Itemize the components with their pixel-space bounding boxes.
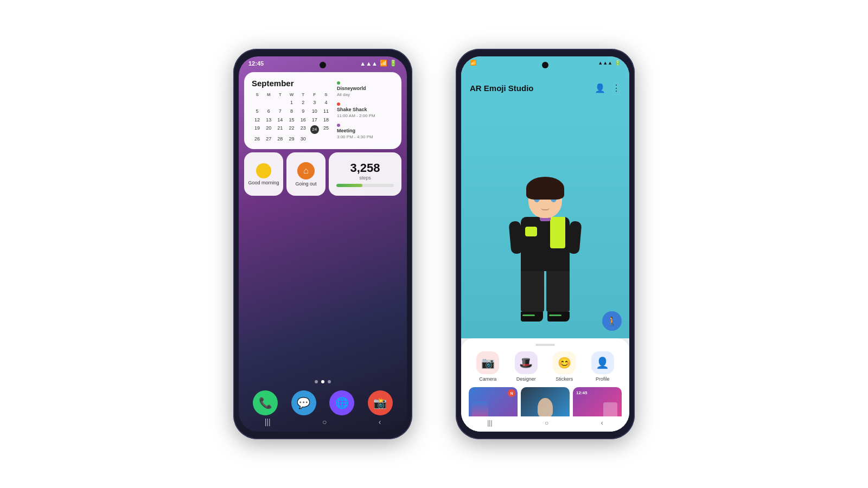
nav-recent[interactable]: ||| xyxy=(265,418,271,426)
browser-app[interactable]: 🌐 xyxy=(329,390,354,415)
cal-header-s2: S xyxy=(321,91,331,99)
phone-app[interactable]: 📞 xyxy=(253,390,278,415)
ar-action-icons: 👤 ⋮ xyxy=(595,83,621,93)
event-dot-3 xyxy=(337,124,340,127)
status-icons: ▲▲▲ 📶 🔋 xyxy=(360,60,397,67)
page-indicators xyxy=(239,376,407,386)
pant-left xyxy=(521,271,544,312)
camera-option[interactable]: 📷 Camera xyxy=(476,351,499,382)
ar-avatar-area: 🚶 xyxy=(461,98,629,338)
calendar-widget[interactable]: September S M T W T F S xyxy=(244,72,401,149)
event-shake-shack: Shake Shack 11:00 AM - 2:00 PM xyxy=(337,101,394,119)
ar-title-bar: AR Emoji Studio 👤 ⋮ xyxy=(461,67,629,98)
more-options-icon[interactable]: ⋮ xyxy=(612,83,621,93)
shoe-right xyxy=(547,312,570,322)
designer-label: Designer xyxy=(516,376,536,382)
event-disneyworld: Disneyworld All day xyxy=(337,80,394,98)
widget-row: Good morning ⌂ Going out 3,258 steps xyxy=(244,152,401,196)
bixby-label: Going out xyxy=(295,181,316,187)
jacket-pocket xyxy=(525,227,537,236)
dot-3 xyxy=(328,380,331,383)
ar-nav-recent[interactable]: ||| xyxy=(487,419,492,427)
steps-label: steps xyxy=(359,175,371,181)
cal-week-5: 26 27 28 29 30 xyxy=(252,135,331,144)
nav-home[interactable]: ○ xyxy=(322,418,327,426)
dot-1 xyxy=(315,380,318,383)
designer-option[interactable]: 🎩 Designer xyxy=(515,351,538,382)
avatar-body xyxy=(521,217,570,322)
nav-bar: ||| ○ ‹ xyxy=(239,415,407,428)
calendar-left: September S M T W T F S xyxy=(252,79,331,144)
bixby-home-icon: ⌂ xyxy=(297,162,315,179)
steps-fill xyxy=(336,184,362,187)
add-emoji-icon[interactable]: 👤 xyxy=(595,83,605,93)
cal-header-w: W xyxy=(286,91,297,99)
profile-option[interactable]: 👤 Profile xyxy=(591,351,614,382)
steps-progress-bar xyxy=(336,184,394,187)
nav-back[interactable]: ‹ xyxy=(379,418,381,426)
cal-header-f: F xyxy=(309,91,320,99)
avatar-mouth xyxy=(541,208,550,210)
stickers-icon: 😊 xyxy=(553,351,576,374)
cal-week-4: 19 20 21 22 23 24 25 xyxy=(252,124,331,135)
ar-nav-home[interactable]: ○ xyxy=(545,419,548,427)
calendar-header-row: S M T W T F S xyxy=(252,91,331,99)
ar-app-title: AR Emoji Studio xyxy=(470,84,595,93)
steps-widget[interactable]: 3,258 steps xyxy=(329,152,401,196)
profile-icon: 👤 xyxy=(591,351,614,374)
ar-emoji-screen: 📶 ▲▲▲ 🔋 AR Emoji Studio 👤 ⋮ xyxy=(461,56,629,432)
shoe-left xyxy=(521,312,543,322)
today-cell[interactable]: 24 xyxy=(309,124,320,135)
calendar-events: Disneyworld All day Shake Shack 11:00 AM… xyxy=(337,79,394,144)
pant-right xyxy=(546,271,570,312)
thumbnail-time: 12:45 xyxy=(576,390,587,395)
ar-nav-back[interactable]: ‹ xyxy=(601,419,603,427)
phone-2-screen: 📶 ▲▲▲ 🔋 AR Emoji Studio 👤 ⋮ xyxy=(461,56,629,432)
avatar-jacket xyxy=(521,217,570,271)
event-dot-2 xyxy=(337,102,340,106)
weather-widget[interactable]: Good morning xyxy=(244,152,283,196)
stickers-label: Stickers xyxy=(556,376,573,382)
cal-header-m: M xyxy=(263,91,274,99)
front-camera-2 xyxy=(542,62,548,68)
profile-label: Profile xyxy=(596,376,610,382)
status-time: 12:45 xyxy=(248,60,264,67)
cal-header-t2: T xyxy=(298,91,309,99)
avatar-shoes xyxy=(521,312,570,322)
messages-app[interactable]: 💬 xyxy=(291,390,316,415)
steps-count: 3,258 xyxy=(350,161,380,175)
front-camera xyxy=(320,62,326,68)
phone-1-screen: 12:45 ▲▲▲ 📶 🔋 September S M T xyxy=(239,56,407,432)
ar-nav-bar: ||| ○ ‹ xyxy=(461,416,629,432)
event-meeting: Meeting 3:00 PM - 4:30 PM xyxy=(337,122,394,140)
ar-battery-icon: 🔋 xyxy=(615,60,621,66)
calendar-grid: S M T W T F S 1 2 xyxy=(252,91,331,144)
thumbnail-badge-1: N xyxy=(508,389,515,397)
weather-label: Good morning xyxy=(248,180,279,185)
ar-signal-icon: ▲▲▲ xyxy=(598,60,612,66)
cal-header-t1: T xyxy=(275,91,285,99)
bixby-widget[interactable]: ⌂ Going out xyxy=(286,152,326,196)
camera-app[interactable]: 📸 xyxy=(368,390,393,415)
ar-wifi-icon: 📶 xyxy=(470,60,476,66)
phone-1: 12:45 ▲▲▲ 📶 🔋 September S M T xyxy=(233,49,412,439)
avatar-pants xyxy=(521,271,570,312)
avatar-head-container xyxy=(528,181,562,218)
thumb-figure-2 xyxy=(538,398,553,418)
sheet-handle xyxy=(535,344,555,346)
sheet-icons-row: 📷 Camera 🎩 Designer 😊 Stickers 👤 Profile xyxy=(469,351,622,382)
camera-icon: 📷 xyxy=(476,351,499,374)
calendar-month: September xyxy=(252,79,331,88)
pose-button[interactable]: 🚶 xyxy=(602,311,622,331)
event-dot-1 xyxy=(337,81,340,85)
app-dock: 📞 💬 🌐 📸 xyxy=(246,390,399,415)
camera-label: Camera xyxy=(479,376,496,382)
ar-status-right: ▲▲▲ 🔋 xyxy=(598,60,621,66)
home-screen: 12:45 ▲▲▲ 📶 🔋 September S M T xyxy=(239,56,407,432)
avatar-hair xyxy=(526,177,564,200)
cal-week-1: 1 2 3 4 xyxy=(252,99,331,107)
stickers-option[interactable]: 😊 Stickers xyxy=(553,351,576,382)
shoe-lace-right xyxy=(549,314,561,316)
jacket-green-panel xyxy=(550,217,565,248)
battery-icon: 🔋 xyxy=(390,60,397,67)
